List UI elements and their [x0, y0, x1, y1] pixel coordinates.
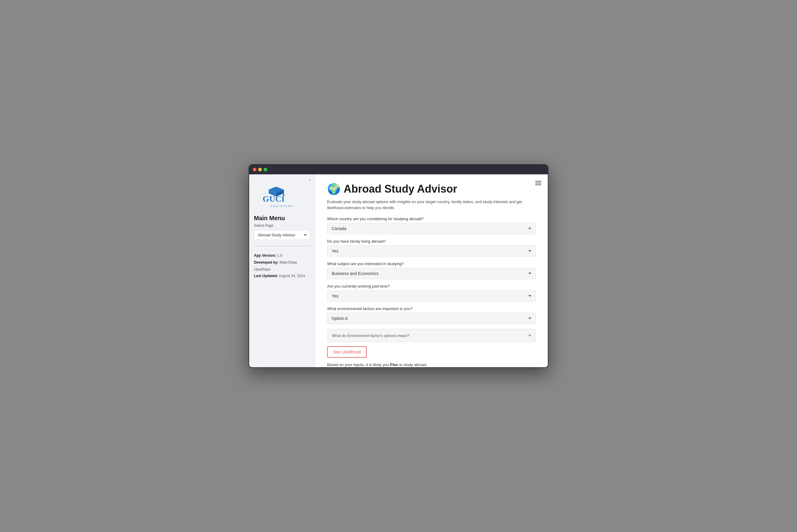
window-controls	[253, 168, 267, 171]
parttime-label: Are you currently working part-time?	[327, 284, 536, 288]
guci-logo: GUCI	[260, 185, 305, 205]
expand-label: What do Environment factor's options mea…	[332, 334, 409, 338]
content-area: 🌍 Abroad Study Advisor Evaluate your stu…	[315, 174, 548, 367]
app-version-label: App Version:	[254, 253, 276, 258]
parttime-section: Are you currently working part-time? Yes	[327, 284, 536, 302]
close-button[interactable]: ×	[309, 178, 311, 182]
maximize-dot[interactable]	[264, 168, 267, 171]
app-window: × GUCI ASSISTANT M	[249, 164, 548, 368]
country-select[interactable]: Canada	[327, 223, 536, 234]
developed-by-line: Developed by: Mala Deep Upadhaya	[254, 259, 310, 273]
page-description: Evaluate your study abroad options with …	[327, 199, 536, 211]
result-post: to study abroad.	[398, 362, 427, 367]
main-layout: × GUCI ASSISTANT M	[249, 174, 548, 367]
result-text: Based on your inputs, it is likely you P…	[327, 362, 536, 367]
developed-by-label: Developed by:	[254, 260, 278, 265]
minimize-dot[interactable]	[258, 168, 262, 171]
see-likelihood-button[interactable]: See Likelihood	[327, 346, 367, 358]
family-label: Do you have family living abroad?	[327, 239, 536, 244]
app-version-value: 1.0	[277, 253, 282, 258]
last-updated-line: Last Updated: August 24, 2024	[254, 272, 310, 280]
hamburger-line-1	[535, 181, 541, 182]
logo-assistant-text: ASSISTANT	[270, 205, 293, 208]
sidebar-info: App Version: 1.0 Developed by: Mala Deep…	[254, 252, 310, 280]
subject-select[interactable]: Business and Economics	[327, 268, 536, 279]
close-dot[interactable]	[253, 168, 256, 171]
page-select[interactable]: Abroad Study Advisor	[254, 230, 310, 240]
logo-container: GUCI ASSISTANT	[260, 185, 305, 208]
expand-plus-icon: +	[528, 333, 531, 338]
svg-text:GUCI: GUCI	[263, 194, 285, 203]
family-select[interactable]: Yes	[327, 245, 536, 257]
subject-section: What subject are you interested in study…	[327, 262, 536, 279]
globe-icon: 🌍	[327, 184, 341, 194]
app-version-line: App Version: 1.0	[254, 252, 310, 259]
country-section: Which country are you considering for st…	[327, 216, 536, 234]
hamburger-line-3	[535, 185, 541, 185]
sidebar: × GUCI ASSISTANT M	[249, 174, 315, 367]
parttime-select[interactable]: Yes	[327, 290, 536, 302]
last-updated-value: August 24, 2024	[279, 274, 305, 278]
page-title: Abroad Study Advisor	[344, 183, 457, 195]
logo-area: GUCI ASSISTANT	[254, 185, 310, 208]
environment-expand[interactable]: What do Environment factor's options mea…	[327, 329, 536, 342]
hamburger-button[interactable]	[534, 180, 542, 186]
title-bar	[249, 165, 548, 174]
sidebar-divider	[254, 246, 310, 246]
family-section: Do you have family living abroad? Yes	[327, 239, 536, 257]
result-pre: Based on your inputs, it is likely you	[327, 362, 390, 367]
select-page-label: Select Page	[254, 224, 310, 228]
country-label: Which country are you considering for st…	[327, 216, 536, 221]
result-strong: Plan	[390, 362, 398, 367]
environment-label: What environmental factors are important…	[327, 306, 536, 311]
hamburger-line-2	[535, 183, 541, 183]
main-menu-title: Main Menu	[254, 215, 310, 222]
environment-section: What environmental factors are important…	[327, 306, 536, 324]
page-header: 🌍 Abroad Study Advisor	[327, 183, 536, 195]
last-updated-label: Last Updated:	[254, 274, 278, 278]
environment-select[interactable]: Option A	[327, 313, 536, 324]
subject-label: What subject are you interested in study…	[327, 262, 536, 266]
